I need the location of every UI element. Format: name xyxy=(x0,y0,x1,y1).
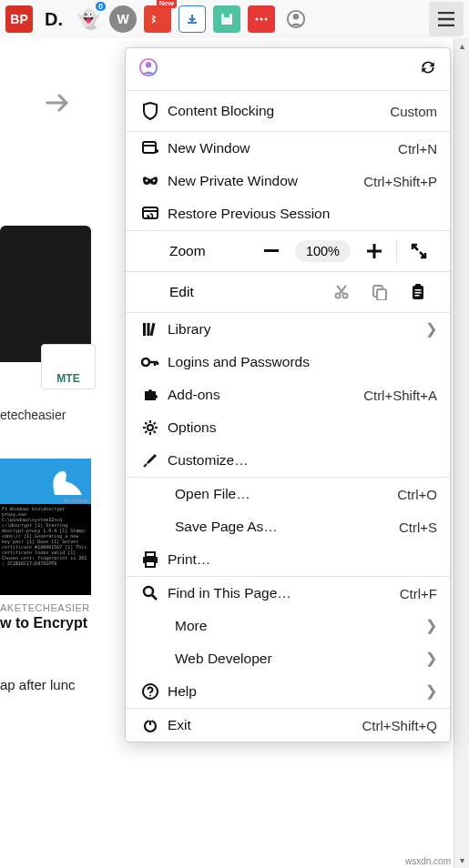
restore-icon xyxy=(138,207,162,221)
mte-logo: MTE xyxy=(41,344,96,389)
new-badge: New xyxy=(157,0,177,8)
logins-item[interactable]: Logins and Passwords xyxy=(126,346,450,378)
save-page-item[interactable]: Save Page As… Ctrl+S xyxy=(126,510,450,543)
sync-icon[interactable] xyxy=(419,58,437,80)
content-blocking-item[interactable]: Content Blocking Custom xyxy=(126,91,450,131)
forward-arrow-icon[interactable] xyxy=(46,93,100,116)
search-icon xyxy=(138,585,162,601)
help-item[interactable]: Help ❯ xyxy=(126,675,450,708)
scroll-up-button[interactable]: ▴ xyxy=(454,38,469,54)
svg-point-29 xyxy=(142,358,149,366)
swan-thumbnail[interactable]: Administrato xyxy=(0,459,91,504)
library-item[interactable]: Library ❯ xyxy=(126,313,450,346)
zoom-level[interactable]: 100% xyxy=(295,240,351,262)
svg-point-4 xyxy=(265,18,268,21)
find-item[interactable]: Find in This Page… Ctrl+F xyxy=(126,577,450,610)
svg-rect-1 xyxy=(224,14,229,17)
svg-rect-14 xyxy=(264,249,279,252)
svg-point-12 xyxy=(153,179,156,182)
content-blocking-label: Content Blocking xyxy=(162,103,390,119)
separator xyxy=(396,239,397,263)
article-snippet: ap after lunc xyxy=(0,677,100,692)
library-icon xyxy=(138,321,162,338)
options-item[interactable]: Options xyxy=(126,411,450,444)
todoist-icon[interactable]: New xyxy=(144,5,171,33)
svg-rect-26 xyxy=(143,323,146,336)
svg-point-18 xyxy=(343,294,348,298)
svg-rect-27 xyxy=(148,323,150,336)
key-icon xyxy=(138,357,162,368)
download-icon[interactable] xyxy=(178,5,206,33)
watermark: wsxdn.com xyxy=(405,856,451,866)
printer-icon xyxy=(138,551,162,568)
addons-item[interactable]: Add-ons Ctrl+Shift+A xyxy=(126,378,450,411)
hamburger-menu-button[interactable] xyxy=(429,2,464,36)
article-category: AKETECHEASIER xyxy=(0,602,100,613)
ghost-badge: 0 xyxy=(96,2,106,11)
content-blocking-status: Custom xyxy=(390,104,437,119)
new-private-window-item[interactable]: New Private Window Ctrl+Shift+P xyxy=(126,165,450,197)
article-thumbnail[interactable]: MTE xyxy=(0,226,91,362)
open-file-item[interactable]: Open File… Ctrl+O xyxy=(126,478,450,510)
terminal-thumbnail[interactable]: Ft Windows bin\dnscrypt-proxy.exe C:\win… xyxy=(0,504,91,595)
svg-rect-20 xyxy=(377,289,386,300)
zoom-row: Zoom 100% xyxy=(126,231,450,271)
exit-item[interactable]: Exit Ctrl+Shift+Q xyxy=(126,709,450,742)
restore-session-item[interactable]: Restore Previous Session xyxy=(126,197,450,230)
svg-rect-22 xyxy=(415,284,421,288)
svg-rect-23 xyxy=(415,289,422,291)
svg-rect-38 xyxy=(148,718,152,721)
gear-icon xyxy=(138,419,162,436)
new-window-item[interactable]: New Window Ctrl+N xyxy=(126,132,450,165)
profile-icon xyxy=(138,57,158,81)
ghostery-icon[interactable]: 👻0 xyxy=(75,5,102,33)
svg-point-34 xyxy=(144,587,153,596)
hamburger-menu-panel: Content Blocking Custom New Window Ctrl+… xyxy=(125,47,451,742)
zoom-in-button[interactable] xyxy=(356,237,393,266)
svg-point-30 xyxy=(148,425,153,430)
chevron-right-icon: ❯ xyxy=(425,651,437,667)
profile-row[interactable] xyxy=(126,48,450,90)
puzzle-icon xyxy=(138,387,162,403)
svg-point-6 xyxy=(293,14,299,19)
svg-point-36 xyxy=(149,695,151,697)
page-content: MTE etecheasier Administrato Ft Windows … xyxy=(0,38,100,868)
cut-button[interactable] xyxy=(322,278,361,307)
paintbrush-icon xyxy=(138,452,162,469)
browser-toolbar: BP D. 👻0 W New xyxy=(0,0,469,38)
vertical-scrollbar[interactable]: ▴ ▾ xyxy=(454,38,469,868)
svg-rect-13 xyxy=(143,207,158,218)
account-icon[interactable] xyxy=(282,5,310,33)
svg-text:Administrato: Administrato xyxy=(64,498,89,503)
adblock-icon[interactable]: BP xyxy=(5,5,33,33)
svg-rect-10 xyxy=(143,142,156,153)
help-icon xyxy=(138,683,162,700)
w-extension-icon[interactable]: W xyxy=(109,5,137,33)
svg-point-3 xyxy=(260,18,263,21)
copy-button[interactable] xyxy=(361,278,399,307)
svg-point-9 xyxy=(146,62,151,67)
d-extension-icon[interactable]: D. xyxy=(40,5,67,33)
customize-item[interactable]: Customize… xyxy=(126,444,450,477)
article-headline[interactable]: w to Encrypt xyxy=(0,615,100,631)
print-item[interactable]: Print… xyxy=(126,543,450,576)
dots-extension-icon[interactable] xyxy=(248,5,275,33)
fullscreen-button[interactable] xyxy=(401,237,437,266)
svg-rect-16 xyxy=(373,244,376,258)
web-developer-item[interactable]: Web Developer ❯ xyxy=(126,642,450,675)
svg-rect-33 xyxy=(146,561,155,567)
svg-point-2 xyxy=(256,18,259,21)
power-icon xyxy=(138,717,162,733)
chevron-right-icon: ❯ xyxy=(425,683,437,700)
svg-point-11 xyxy=(146,179,148,182)
svg-point-17 xyxy=(336,294,341,298)
svg-rect-25 xyxy=(415,295,420,297)
scroll-down-button[interactable]: ▾ xyxy=(454,853,469,868)
save-disk-icon[interactable] xyxy=(213,5,240,33)
more-item[interactable]: More ❯ xyxy=(126,610,450,642)
window-plus-icon xyxy=(138,141,162,156)
zoom-out-button[interactable] xyxy=(253,237,290,266)
paste-button[interactable] xyxy=(399,278,437,307)
svg-rect-24 xyxy=(415,292,422,294)
site-link[interactable]: etecheasier xyxy=(0,408,100,422)
